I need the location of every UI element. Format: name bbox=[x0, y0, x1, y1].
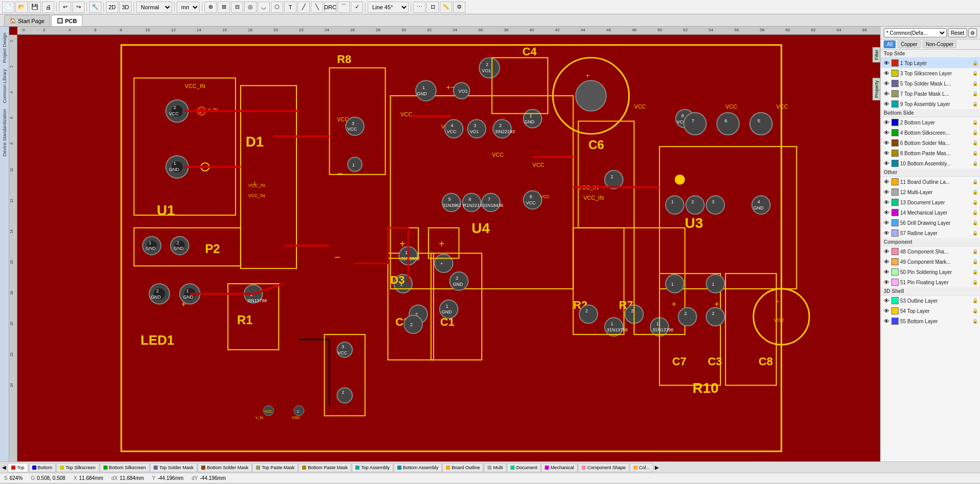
layer-lock-7[interactable]: 🔒 bbox=[972, 130, 978, 135]
undo-button[interactable]: ↩ bbox=[59, 2, 71, 13]
line-angle-select[interactable]: Line 45° bbox=[368, 2, 409, 13]
layer-item-top-assembly[interactable]: 👁 9 Top Assembly Layer 🔒 bbox=[881, 99, 980, 109]
settings-button[interactable]: ⚙ bbox=[453, 2, 465, 13]
layer-lock-2[interactable]: 🔒 bbox=[972, 71, 978, 76]
bottom-tab-bottom-silk[interactable]: Bottom Silkscreen bbox=[100, 463, 150, 472]
layer-lock-8[interactable]: 🔒 bbox=[972, 140, 978, 145]
layer-item-bottom-paste[interactable]: 👁 8 Bottom Paste Mas... 🔒 bbox=[881, 148, 980, 158]
filter-all-button[interactable]: All bbox=[884, 40, 896, 48]
drc-label[interactable]: DRC bbox=[324, 2, 336, 13]
redo-button[interactable]: ↪ bbox=[72, 2, 84, 13]
layer-lock-23[interactable]: 🔒 bbox=[972, 319, 978, 324]
layer-item-bottom-solder[interactable]: 👁 6 Bottom Solder Ma... 🔒 bbox=[881, 138, 980, 148]
layer-eye-16[interactable]: 👁 bbox=[883, 229, 890, 237]
layer-preset-select[interactable]: * Common(Defa... bbox=[884, 28, 947, 37]
place-via-button[interactable]: ◎ bbox=[244, 2, 257, 13]
bottom-tab-board-outline[interactable]: Board Outline bbox=[442, 463, 483, 472]
scroll-right-button[interactable]: ▶ bbox=[654, 465, 660, 471]
layer-item-comp-mark[interactable]: 👁 49 Component Mark... 🔒 bbox=[881, 257, 980, 267]
more-tools-button[interactable]: ⋯ bbox=[413, 2, 425, 13]
layer-lock-18[interactable]: 🔒 bbox=[972, 259, 978, 264]
layer-settings-button[interactable]: ⚙ bbox=[968, 28, 977, 37]
tab-pcb[interactable]: 🔲 PCB bbox=[51, 15, 82, 26]
layer-eye-2[interactable]: 👁 bbox=[883, 70, 890, 77]
layer-eye-4[interactable]: 👁 bbox=[883, 90, 890, 97]
2d-button[interactable]: 2D bbox=[106, 2, 118, 13]
layer-lock-17[interactable]: 🔒 bbox=[972, 249, 978, 254]
left-tab-device[interactable]: Device Standardization bbox=[1, 107, 8, 159]
layer-item-54-top[interactable]: 👁 54 Top Layer 🔒 bbox=[881, 306, 980, 316]
layer-reset-button[interactable]: Reset bbox=[948, 28, 967, 37]
layer-eye-18[interactable]: 👁 bbox=[883, 258, 890, 265]
place-line2-button[interactable]: ╲ bbox=[311, 2, 323, 13]
bottom-tab-col[interactable]: Col... bbox=[630, 463, 653, 472]
bottom-tab-top-solder[interactable]: Top Solder Mask bbox=[150, 463, 197, 472]
place-text-button[interactable]: T bbox=[284, 2, 296, 13]
layer-eye-6[interactable]: 👁 bbox=[883, 119, 890, 126]
layer-item-top-solder[interactable]: 👁 5 Top Solder Mask L... 🔒 bbox=[881, 78, 980, 89]
layer-lock-19[interactable]: 🔒 bbox=[972, 269, 978, 275]
layer-lock-13[interactable]: 🔒 bbox=[972, 200, 978, 205]
layer-eye-11[interactable]: 👁 bbox=[883, 178, 890, 185]
layer-lock-14[interactable]: 🔒 bbox=[972, 210, 978, 215]
bottom-tab-multi[interactable]: Multi bbox=[484, 463, 506, 472]
bottom-tab-top-paste[interactable]: Top Paste Mask bbox=[252, 463, 298, 472]
layer-eye-21[interactable]: 👁 bbox=[883, 297, 890, 304]
layer-item-bottom-assembly[interactable]: 👁 10 Bottom Assembly... 🔒 bbox=[881, 158, 980, 169]
layer-item-bottom-silk[interactable]: 👁 4 Bottom Silkscreen... 🔒 bbox=[881, 128, 980, 138]
layer-item-multi[interactable]: 👁 12 Multi-Layer 🔒 bbox=[881, 187, 980, 197]
layer-item-pin-float[interactable]: 👁 51 Pin Floating Layer 🔒 bbox=[881, 277, 980, 287]
place-poly-button[interactable]: ⬡ bbox=[271, 2, 283, 13]
layer-eye-10[interactable]: 👁 bbox=[883, 160, 890, 167]
drc-check-button[interactable]: ✓ bbox=[351, 2, 363, 13]
filter-copper-button[interactable]: Copper bbox=[898, 40, 921, 48]
bottom-tab-bottom[interactable]: Bottom bbox=[29, 463, 56, 472]
interactive-router-button[interactable]: 🔧 bbox=[89, 2, 101, 13]
snap-button[interactable]: ⊕ bbox=[204, 2, 217, 13]
bottom-tab-mechanical[interactable]: Mechanical bbox=[541, 463, 578, 472]
layer-eye-14[interactable]: 👁 bbox=[883, 209, 890, 216]
layer-lock-4[interactable]: 🔒 bbox=[972, 91, 978, 96]
layer-item-top-paste[interactable]: 👁 7 Top Paste Mask L... 🔒 bbox=[881, 89, 980, 99]
bottom-tab-comp-shape[interactable]: Component Shape bbox=[578, 463, 629, 472]
layer-lock-11[interactable]: 🔒 bbox=[972, 179, 978, 184]
bottom-tab-top[interactable]: Top bbox=[8, 463, 28, 472]
layer-lock-15[interactable]: 🔒 bbox=[972, 220, 978, 225]
layer-lock-16[interactable]: 🔒 bbox=[972, 230, 978, 236]
layer-eye-13[interactable]: 👁 bbox=[883, 199, 890, 206]
place-comp-button[interactable]: ⊞ bbox=[218, 2, 230, 13]
layer-lock-5[interactable]: 🔒 bbox=[972, 101, 978, 107]
bottom-tab-top-silk[interactable]: Top Silkscreen bbox=[56, 463, 99, 472]
layer-lock-3[interactable]: 🔒 bbox=[972, 81, 978, 86]
layer-item-pin-solder[interactable]: 👁 50 Pin Soldering Layer 🔒 bbox=[881, 267, 980, 277]
3d-button[interactable]: 3D bbox=[119, 2, 132, 13]
scroll-left-button[interactable]: ◀ bbox=[1, 465, 7, 471]
layer-eye-20[interactable]: 👁 bbox=[883, 279, 890, 286]
layer-lock-6[interactable]: 🔒 bbox=[972, 120, 978, 125]
layer-eye-17[interactable]: 👁 bbox=[883, 248, 890, 255]
snap2-button[interactable]: ⊡ bbox=[427, 2, 439, 13]
layer-item-55-bottom[interactable]: 👁 55 Bottom Layer 🔒 bbox=[881, 316, 980, 326]
layer-lock-20[interactable]: 🔒 bbox=[972, 280, 978, 285]
layer-item-mechanical[interactable]: 👁 14 Mechanical Layer 🔒 bbox=[881, 207, 980, 218]
layer-lock-1[interactable]: 🔒 bbox=[972, 60, 978, 66]
layer-eye-19[interactable]: 👁 bbox=[883, 268, 890, 276]
layer-item-comp-shape[interactable]: 👁 48 Component Sha... 🔒 bbox=[881, 246, 980, 257]
bottom-tab-bottom-solder[interactable]: Bottom Solder Mask bbox=[198, 463, 252, 472]
layer-eye-5[interactable]: 👁 bbox=[883, 100, 890, 108]
layer-lock-12[interactable]: 🔒 bbox=[972, 190, 978, 195]
layer-item-ratline[interactable]: 👁 57 Ratline Layer 🔒 bbox=[881, 228, 980, 238]
layer-item-top-layer[interactable]: 👁 1 Top Layer 🔒 bbox=[881, 58, 980, 68]
bottom-tab-bottom-paste[interactable]: Bottom Paste Mask bbox=[299, 463, 351, 472]
place-wire-button[interactable]: ⊟ bbox=[231, 2, 243, 13]
new-button[interactable]: 📄 bbox=[2, 2, 14, 13]
view-mode-select[interactable]: Normal bbox=[136, 2, 172, 13]
layer-eye-15[interactable]: 👁 bbox=[883, 219, 890, 226]
layer-item-document[interactable]: 👁 13 Document Layer 🔒 bbox=[881, 197, 980, 207]
measure-button[interactable]: 📏 bbox=[440, 2, 452, 13]
layer-lock-21[interactable]: 🔒 bbox=[972, 298, 978, 303]
open-button[interactable]: 📂 bbox=[15, 2, 28, 13]
unit-select[interactable]: mm bbox=[177, 2, 200, 13]
layer-eye-7[interactable]: 👁 bbox=[883, 129, 890, 136]
tab-start-page[interactable]: 🏠 Start Page bbox=[4, 15, 50, 26]
